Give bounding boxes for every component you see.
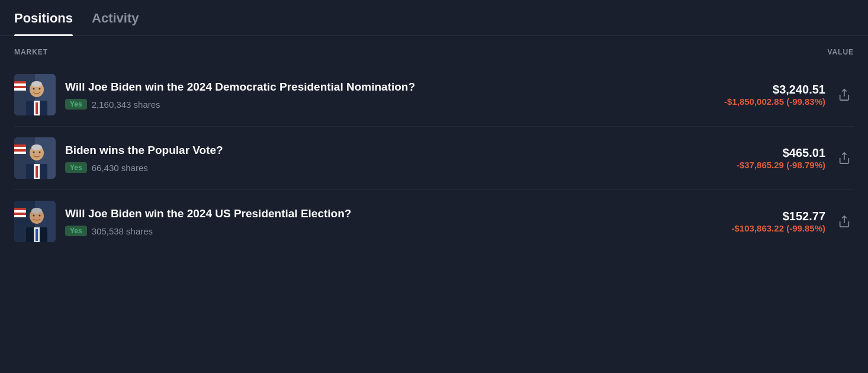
position-info-1: Will Joe Biden win the 2024 Democratic P… — [65, 80, 415, 110]
tab-activity[interactable]: Activity — [92, 11, 139, 36]
svg-rect-2 — [14, 81, 26, 83]
svg-rect-4 — [14, 86, 26, 88]
yes-badge: Yes — [65, 226, 87, 236]
avatar — [14, 201, 56, 242]
position-shares: Yes 305,538 shares — [65, 226, 351, 236]
yes-badge: Yes — [65, 99, 87, 110]
svg-rect-41 — [36, 229, 38, 241]
yes-badge: Yes — [65, 162, 87, 173]
position-left-2: Biden wins the Popular Vote? Yes 66,430 … — [14, 137, 737, 179]
position-right-2: $465.01 -$37,865.29 (-98.79%) — [737, 146, 854, 170]
position-left-1: Will Joe Biden win the 2024 Democratic P… — [14, 74, 724, 115]
position-right-3: $152.77 -$103,863.22 (-99.85%) — [732, 210, 854, 233]
position-shares: Yes 66,430 shares — [65, 162, 223, 173]
svg-point-38 — [31, 208, 42, 214]
position-value: $152.77 -$103,863.22 (-99.85%) — [732, 210, 825, 233]
svg-point-13 — [39, 88, 41, 90]
avatar — [14, 137, 56, 179]
avatar — [14, 74, 56, 115]
position-title: Will Joe Biden win the 2024 Democratic P… — [65, 80, 415, 95]
value-amount: $3,240.51 — [724, 83, 825, 97]
svg-rect-17 — [14, 144, 26, 147]
value-change: -$1,850,002.85 (-99.83%) — [724, 97, 825, 107]
svg-point-23 — [31, 144, 42, 150]
svg-rect-19 — [14, 149, 26, 152]
market-column-header: MARKET — [14, 48, 48, 56]
position-value: $3,240.51 -$1,850,002.85 (-99.83%) — [724, 83, 825, 107]
position-info-2: Biden wins the Popular Vote? Yes 66,430 … — [65, 143, 223, 173]
main-container: Positions Activity MARKET VALUE — [0, 0, 868, 253]
svg-rect-33 — [14, 210, 26, 213]
value-amount: $152.77 — [732, 210, 825, 223]
position-left-3: Will Joe Biden win the 2024 US President… — [14, 201, 732, 242]
svg-point-42 — [33, 215, 35, 217]
svg-rect-18 — [14, 147, 26, 149]
value-change: -$103,863.22 (-99.85%) — [732, 223, 825, 233]
position-right-1: $3,240.51 -$1,850,002.85 (-99.83%) — [724, 83, 854, 107]
share-button[interactable] — [835, 149, 854, 168]
svg-rect-3 — [14, 83, 26, 86]
value-change: -$37,865.29 (-98.79%) — [737, 160, 825, 170]
svg-point-43 — [39, 215, 41, 217]
svg-rect-32 — [14, 208, 26, 210]
share-button[interactable] — [835, 212, 854, 231]
positions-list: Will Joe Biden win the 2024 Democratic P… — [0, 63, 868, 253]
svg-point-28 — [39, 152, 41, 153]
svg-point-8 — [31, 81, 42, 87]
svg-rect-5 — [14, 88, 26, 91]
svg-rect-35 — [14, 215, 26, 217]
svg-rect-34 — [14, 213, 26, 215]
share-button[interactable] — [835, 85, 854, 104]
table-row: Biden wins the Popular Vote? Yes 66,430 … — [14, 127, 854, 190]
svg-rect-11 — [36, 102, 38, 114]
svg-rect-20 — [14, 152, 26, 154]
position-info-3: Will Joe Biden win the 2024 US President… — [65, 207, 351, 237]
shares-count: 66,430 shares — [92, 163, 148, 173]
position-shares: Yes 2,160,343 shares — [65, 99, 415, 110]
tab-positions[interactable]: Positions — [14, 11, 73, 36]
tab-bar: Positions Activity — [0, 0, 868, 36]
svg-point-12 — [33, 88, 35, 90]
table-row: Will Joe Biden win the 2024 US President… — [14, 190, 854, 253]
shares-count: 2,160,343 shares — [92, 99, 160, 110]
position-value: $465.01 -$37,865.29 (-98.79%) — [737, 146, 825, 170]
position-title: Biden wins the Popular Vote? — [65, 143, 223, 158]
value-column-header: VALUE — [827, 48, 854, 56]
table-row: Will Joe Biden win the 2024 Democratic P… — [14, 63, 854, 127]
svg-rect-26 — [36, 166, 38, 178]
column-headers: MARKET VALUE — [0, 36, 868, 63]
shares-count: 305,538 shares — [92, 226, 153, 236]
position-title: Will Joe Biden win the 2024 US President… — [65, 207, 351, 221]
value-amount: $465.01 — [737, 146, 825, 160]
svg-point-27 — [33, 152, 35, 153]
